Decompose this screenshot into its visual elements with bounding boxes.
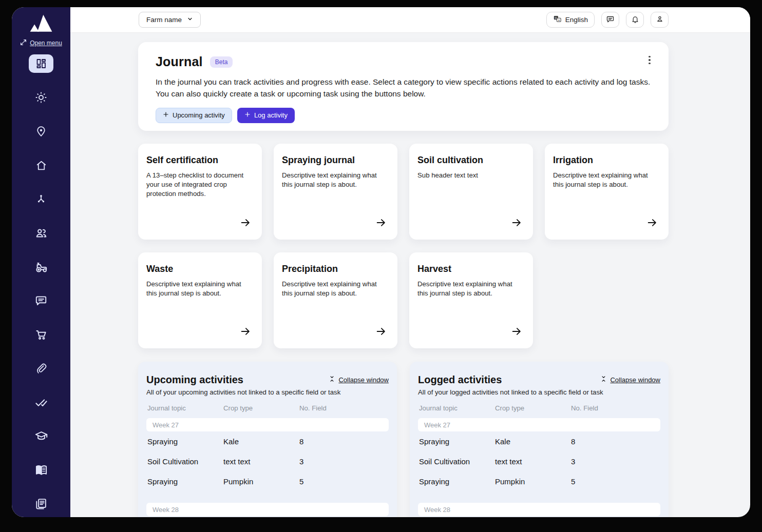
panel-subtitle: All of your logged activities not linked… [418, 388, 660, 396]
sidebar-nav [29, 54, 53, 513]
collapse-window-link[interactable]: Collapse window [600, 376, 660, 384]
arrow-right-icon[interactable] [375, 217, 387, 230]
panel-subtitle: All of your upcoming activities not link… [146, 388, 389, 396]
sidebar-item-graduation-cap[interactable] [29, 427, 53, 445]
journal-header-card: Journal Beta In the journal you can trac… [138, 42, 669, 131]
tractor-icon [34, 260, 48, 274]
open-book-icon [34, 463, 48, 477]
dashboard-icon [35, 57, 47, 70]
week-group-bar[interactable]: Week 28 [418, 503, 660, 516]
table-cell: text text [223, 457, 299, 466]
week-group-bar[interactable]: Week 27 [146, 418, 389, 431]
table-cell: 8 [571, 437, 660, 446]
sidebar-item-sun[interactable] [29, 88, 53, 107]
farm-selector-label: Farm name [146, 16, 182, 24]
table-row[interactable]: SprayingPumpkin5 [146, 471, 389, 491]
table-row[interactable]: SprayingPumpkin5 [418, 471, 660, 491]
topbar-actions: G a English [546, 12, 669, 28]
sidebar-item-chat[interactable] [29, 291, 53, 310]
panel-title: Upcoming activities [146, 374, 243, 386]
activity-panels: Upcoming activitiesCollapse windowAll of… [138, 362, 669, 517]
table-cell: Spraying [147, 437, 223, 446]
sidebar-item-users[interactable] [29, 224, 53, 242]
language-button[interactable]: G a English [546, 12, 595, 28]
category-card[interactable]: Self certificationA 13–step checklist to… [138, 144, 262, 240]
arrow-right-icon[interactable] [646, 217, 658, 230]
paperclip-icon [35, 362, 47, 375]
open-menu-label: Open menu [30, 40, 62, 47]
arrow-right-icon[interactable] [239, 217, 252, 230]
week-group-bar[interactable]: Week 27 [418, 418, 660, 431]
screen: Open menu Farm name [0, 0, 762, 532]
table-cell: Soil Cultivation [147, 457, 223, 466]
table-cell: 5 [299, 477, 389, 486]
sidebar-item-hierarchy[interactable] [29, 190, 53, 208]
hierarchy-icon [35, 193, 47, 205]
table-row[interactable]: SprayingKale8 [146, 431, 389, 451]
table-cell: Spraying [419, 437, 495, 446]
collapse-window-label: Collapse window [610, 376, 660, 384]
feedback-button[interactable] [601, 12, 619, 28]
chat-icon [606, 15, 615, 25]
chevron-down-icon [187, 16, 193, 24]
bell-icon [631, 15, 639, 25]
category-card[interactable]: Spraying journalDescriptive text explain… [274, 144, 397, 240]
sidebar-item-dashboard[interactable] [29, 54, 53, 73]
card-description: Descriptive text explaining what this jo… [146, 280, 252, 298]
sidebar-item-documents[interactable] [29, 495, 53, 513]
arrow-right-icon[interactable] [239, 326, 252, 339]
week-label: Week 28 [153, 506, 179, 514]
sidebar-item-cart[interactable] [29, 325, 53, 344]
card-description: Descriptive text explaining what this jo… [417, 280, 523, 298]
category-card[interactable]: HarvestDescriptive text explaining what … [409, 252, 533, 348]
column-header: Journal topic [147, 404, 223, 412]
table-cell: Pumpkin [495, 477, 571, 486]
card-title: Harvest [417, 264, 523, 274]
kebab-menu-button[interactable] [644, 53, 655, 67]
week-label: Week 27 [153, 421, 179, 429]
table-row[interactable]: Soil Cultivationtext text3 [146, 451, 389, 471]
double-check-icon [34, 396, 48, 409]
arrow-right-icon[interactable] [510, 326, 523, 339]
column-header: No. Field [299, 404, 389, 412]
collapse-icon [329, 376, 335, 384]
sidebar-item-location-pin[interactable] [29, 122, 53, 141]
sidebar-item-tractor[interactable] [29, 258, 53, 276]
sidebar-item-home[interactable] [29, 156, 53, 174]
table-cell: Spraying [147, 477, 223, 486]
location-pin-icon [35, 125, 47, 137]
table-row[interactable]: SprayingKale8 [418, 431, 660, 451]
sidebar-item-paperclip[interactable] [29, 359, 53, 378]
logo-triangle-icon [29, 13, 53, 34]
sidebar-item-double-check[interactable] [29, 393, 53, 411]
upcoming-activity-button[interactable]: Upcoming activity [156, 108, 232, 123]
category-card[interactable]: IrrigationDescriptive text explaining wh… [545, 144, 669, 240]
card-title: Irrigation [553, 155, 658, 166]
notifications-button[interactable] [626, 12, 644, 28]
card-description: A 13–step checklist to document your use… [146, 171, 252, 198]
column-header: Crop type [495, 404, 571, 412]
collapse-window-link[interactable]: Collapse window [329, 376, 389, 384]
sidebar-item-open-book[interactable] [29, 461, 53, 479]
week-label: Week 27 [424, 421, 450, 429]
log-activity-button[interactable]: Log activity [237, 108, 295, 123]
account-button[interactable] [651, 12, 669, 28]
chat-icon [34, 294, 48, 307]
card-title: Soil cultivation [417, 155, 523, 166]
farm-selector[interactable]: Farm name [139, 12, 201, 28]
category-card[interactable]: Soil cultivationSub header text text [409, 144, 533, 240]
expand-icon [20, 39, 27, 47]
arrow-right-icon[interactable] [510, 217, 523, 230]
plus-icon [163, 111, 169, 119]
logged-activities-panel: Logged activitiesCollapse windowAll of y… [410, 362, 669, 517]
week-group-bar[interactable]: Week 28 [146, 503, 389, 516]
topbar: Farm name G a [70, 7, 750, 33]
category-card[interactable]: WasteDescriptive text explaining what th… [138, 252, 262, 348]
arrow-right-icon[interactable] [375, 326, 387, 339]
upcoming-activity-label: Upcoming activity [173, 111, 225, 119]
sun-icon [34, 91, 48, 104]
open-menu-link[interactable]: Open menu [20, 39, 62, 47]
table-cell: Spraying [419, 477, 495, 486]
category-card[interactable]: PrecipitationDescriptive text explaining… [274, 252, 397, 348]
table-row[interactable]: Soil Cultivationtext text3 [418, 451, 660, 471]
